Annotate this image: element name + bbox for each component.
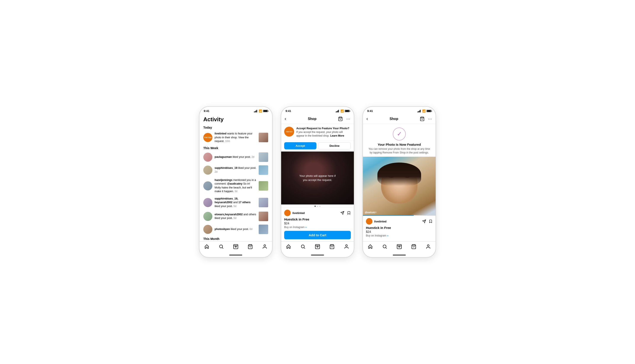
avatar-photosbyen [203,225,212,234]
accept-title: Accept Request to Feature Your Photo? [296,127,351,130]
home-indicator-3 [393,255,406,256]
product-name-3: Huestick in Free [366,226,433,230]
carousel-dots-2 [281,204,354,207]
shop-request-phone: 9:41 📶 ‹ Shop [281,106,354,258]
more-icon-3[interactable]: ⋯ [428,116,432,121]
activity-screen: Activity Today TINTED livetinted wants t… [199,114,272,242]
overlay-text: Your photo will appear here ifyou accept… [295,174,340,182]
svg-point-7 [301,245,304,248]
status-icons-2: 📶 [336,109,349,112]
buy-link-3[interactable]: Buy on Instagram » [366,234,433,237]
svg-point-14 [383,245,386,248]
seller-avatar-2 [284,210,291,216]
activity-item-elo[interactable]: eloears,heysarah2002 and others liked yo… [199,210,272,223]
bookmark-icon-3[interactable] [429,220,433,223]
home-indicator-1 [229,255,242,256]
product-seller-row-2: livetinted [284,210,351,216]
bookmark-icon-2[interactable] [347,211,351,215]
buy-arrow-3: » [387,234,388,237]
nav-reels-2[interactable] [315,244,320,250]
shop-header-3: ‹ Shop ⋯ [363,114,436,124]
activity-item-paulaguzman[interactable]: paulaguzman liked your post. 2d [199,151,272,164]
nav-profile-1[interactable] [262,244,268,250]
nav-home-2[interactable] [286,244,291,250]
nav-home-1[interactable] [204,244,210,250]
bottom-nav-1 [199,242,272,254]
activity-item-photosbyen[interactable]: photosbyen liked your post. 6d [199,223,272,236]
buy-arrow-2: » [305,226,307,229]
product-name-2: Huestick in Free [284,218,351,221]
activity-text-elo: eloears,heysarah2002 and others liked yo… [215,213,257,220]
thumb-elo [259,212,268,221]
activity-text-livetinted: livetinted wants to feature your photo i… [215,132,257,143]
product-seller-row-3: livetinted [366,218,433,224]
add-to-cart-button-2[interactable]: Add to Cart [284,231,351,239]
share-icon-3[interactable] [422,220,426,223]
image-credit: @audicatny [365,212,375,214]
signal-icon-2 [336,110,339,112]
svg-point-2 [235,246,236,247]
dot-3 [319,206,321,207]
shop-header-icons-2: ⋯ [338,116,350,121]
wifi-icon-2: 📶 [340,109,344,112]
seller-name-3: livetinted [374,220,386,223]
back-button-3[interactable]: ‹ [366,116,368,122]
thumb-sapphire2 [259,198,268,207]
learn-more-link[interactable]: Learn More [330,134,344,137]
cart-icon-3[interactable] [420,116,425,121]
activity-phone: 9:41 📶 Activity Today TINTED [199,106,273,258]
nav-reels-3[interactable] [396,244,402,250]
section-this-month: This Month [199,236,272,242]
dot-2 [317,206,318,207]
nav-reels-1[interactable] [233,244,239,250]
activity-text-paulaguzman: paulaguzman liked your post. 2d [215,155,257,159]
share-icon-2[interactable] [340,211,344,215]
back-button-2[interactable]: ‹ [285,116,286,122]
nav-search-1[interactable] [218,244,224,250]
activity-text-sapphire2: sapphireblues_19, heysarah2002 and 17 ot… [215,197,257,208]
avatar-sapphire2 [203,198,212,207]
accept-text: Accept Request to Feature Your Photo? If… [296,127,351,138]
nav-profile-3[interactable] [425,244,431,250]
nav-profile-2[interactable] [344,244,349,250]
nav-search-2[interactable] [300,244,306,250]
nav-search-3[interactable] [382,244,388,250]
accept-button[interactable]: Accept [284,142,316,149]
nav-home-3[interactable] [367,244,373,250]
activity-item-sapphire2[interactable]: sapphireblues_19, heysarah2002 and 17 ot… [199,195,272,210]
page-title: Activity [199,114,272,124]
product-action-icons-3 [422,220,433,223]
section-today: Today [199,124,272,130]
shop-image-container: Your photo will appear here ifyou accept… [281,152,354,204]
battery-icon-2 [345,110,349,112]
avatar-sapphire1 [203,166,212,175]
thumb-livetinted [259,133,268,142]
activity-item-hazel[interactable]: hazeljennings mentioned you in a comment… [199,176,272,195]
more-icon-2[interactable]: ⋯ [346,116,350,121]
wifi-icon: 📶 [259,109,262,112]
product-action-icons-2 [340,211,351,215]
signal-icon [254,110,257,112]
check-circle: ✓ [393,128,406,140]
svg-point-19 [427,245,429,246]
seller-info-3: livetinted [366,218,386,224]
thumb-hazel [259,181,268,191]
cart-icon-2[interactable] [338,116,343,121]
activity-item-livetinted[interactable]: TINTED livetinted wants to feature your … [199,130,272,145]
nav-bag-3[interactable] [411,244,417,250]
avatar-hazel [203,181,212,190]
portrait-gradient: @audicatny [363,157,436,215]
time-2: 9:41 [286,109,291,112]
screenshot-container: 9:41 📶 Activity Today TINTED [0,0,635,364]
nav-bag-2[interactable] [329,244,335,250]
featured-title: Your Photo Is Now Featured [378,143,421,146]
svg-point-16 [399,246,400,247]
decline-button[interactable]: Decline [318,142,351,149]
activity-item-sapphire1[interactable]: sapphireblues_19 liked your post. 2d [199,164,272,176]
nav-bag-1[interactable] [247,244,253,250]
buy-link-2[interactable]: Buy on Instagram » [284,226,351,229]
check-icon: ✓ [397,131,402,137]
svg-point-5 [264,245,266,246]
seller-avatar-3 [366,218,372,224]
shop-title-3: Shop [389,117,398,121]
